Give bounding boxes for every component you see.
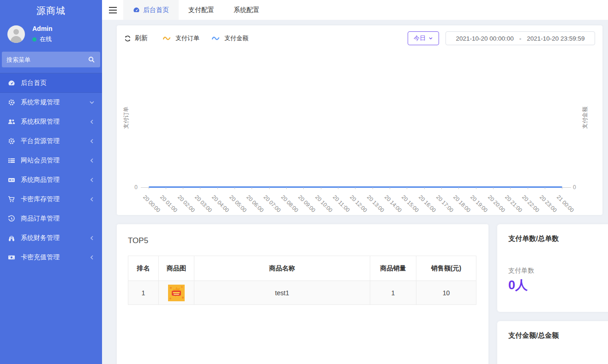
caret-down-icon [428, 36, 433, 41]
top5-card: TOP5 排名 商品图 商品名称 商品销量 销售额(元) 1 test [117, 224, 488, 364]
tab-payment-config[interactable]: 支付配置 [179, 0, 224, 20]
stat-card-pay-count: 支付单数/总单数 支付单数 0人 [497, 224, 608, 312]
col-sales-amount: 销售额(元) [416, 256, 476, 281]
y-axis-tick-left: 0 [119, 184, 138, 191]
x-axis-label: 20 04:00 [211, 194, 230, 214]
binoculars-icon [8, 234, 16, 242]
dashboard-icon [133, 6, 140, 13]
product-card-icon [8, 176, 16, 184]
sidebar-item-permissions[interactable]: 系统权限管理 [0, 112, 102, 131]
stat-card-label: 支付单数 [508, 267, 534, 275]
sidebar-item-products[interactable]: 系统商品管理 [0, 170, 102, 190]
x-axis-label: 20 22:00 [521, 194, 541, 214]
date-end: 2021-10-20 23:59:59 [527, 35, 584, 42]
x-axis-label: 20 17:00 [435, 194, 455, 214]
avatar [7, 25, 25, 43]
x-axis-label: 21 00:00 [555, 194, 575, 214]
search-icon[interactable] [88, 56, 95, 65]
user-status-label: 在线 [40, 35, 52, 43]
sidebar-item-supply[interactable]: 平台货源管理 [0, 131, 102, 151]
cell-product-image [159, 281, 194, 305]
dashboard-icon [8, 79, 16, 87]
user-status: 在线 [32, 35, 53, 43]
date-start: 2021-10-20 00:00:00 [456, 35, 513, 42]
top5-title: TOP5 [128, 236, 148, 245]
sidebar-item-finance[interactable]: 系统财务管理 [0, 228, 102, 248]
cell-rank: 1 [128, 281, 159, 305]
cart-icon [8, 196, 16, 203]
x-axis-label: 20 19:00 [469, 194, 489, 214]
date-range-input[interactable]: 2021-10-20 00:00:00 - 2021-10-20 23:59:5… [445, 31, 595, 45]
col-rank: 排名 [128, 256, 159, 281]
x-axis-label: 20 12:00 [349, 194, 368, 214]
sidebar-item-members[interactable]: 网站会员管理 [0, 151, 102, 170]
legend-item-pay-orders[interactable]: 支付订单 [163, 34, 199, 42]
table-header-row: 排名 商品图 商品名称 商品销量 销售额(元) [128, 256, 476, 281]
col-product-sales: 商品销量 [370, 256, 416, 281]
refresh-icon [124, 35, 131, 42]
menu-search [2, 52, 100, 67]
sidebar: 源商城 Admin 在线 后台首页 系统常规管理 系统权限管理 平台货源管理 [0, 0, 102, 364]
cell-product-sales: 1 [370, 281, 416, 305]
date-separator: - [519, 35, 522, 42]
list-icon [8, 157, 16, 164]
date-range-preset-button[interactable]: 今日 [408, 31, 439, 45]
search-input[interactable] [2, 52, 100, 67]
x-axis-label: 20 01:00 [159, 194, 179, 214]
cogs-icon [8, 99, 16, 106]
cogs-icon [8, 137, 16, 145]
col-product-image: 商品图 [159, 256, 194, 281]
online-status-dot [32, 37, 36, 42]
chevron-left-icon [89, 119, 95, 125]
x-axis-label: 20 07:00 [262, 194, 282, 214]
x-axis-label: 20 13:00 [366, 194, 385, 214]
x-axis-label: 20 21:00 [504, 194, 524, 214]
chevron-left-icon [89, 255, 95, 260]
app-logo: 源商城 [0, 0, 102, 19]
x-axis-label: 20 10:00 [314, 194, 334, 214]
x-axis-label: 20 08:00 [280, 194, 300, 214]
chart-card: 刷新 支付订单 支付金额 今日 2021-10-20 00:00:00 - 20… [117, 25, 602, 215]
user-panel: Admin 在线 [0, 19, 102, 48]
x-axis-label: 20 06:00 [245, 194, 265, 214]
col-product-name: 商品名称 [194, 256, 370, 281]
x-axis-label: 20 15:00 [400, 194, 420, 214]
legend-item-pay-amount[interactable]: 支付金额 [211, 34, 248, 42]
sidebar-item-card-stock[interactable]: 卡密库存管理 [0, 190, 102, 209]
topbar: 后台首页 支付配置 系统配置 [102, 0, 608, 20]
stat-card-value: 0人 [508, 277, 528, 293]
x-axis-label: 20 11:00 [331, 194, 351, 213]
tab-system-config[interactable]: 系统配置 [224, 0, 269, 20]
x-axis-label: 20 09:00 [297, 194, 317, 214]
stat-card-pay-amount: 支付金额/总金额 [497, 321, 608, 364]
main-content: 刷新 支付订单 支付金额 今日 2021-10-20 00:00:00 - 20… [102, 20, 608, 364]
wave-icon [163, 36, 172, 41]
chevron-left-icon [89, 158, 95, 163]
sidebar-item-card-recharge[interactable]: 卡密充值管理 [0, 248, 102, 267]
cell-sales-amount: 10 [416, 281, 476, 305]
stat-card-title: 支付金额/总金额 [508, 331, 559, 340]
stat-card-title: 支付单数/总单数 [508, 234, 559, 243]
product-thumbnail [168, 285, 185, 301]
history-icon [8, 215, 16, 222]
y-axis-tick-right: 0 [573, 184, 591, 191]
sidebar-item-orders[interactable]: 商品订单管理 [0, 209, 102, 228]
sidebar-item-system-general[interactable]: 系统常规管理 [0, 93, 102, 112]
top5-table: 排名 商品图 商品名称 商品销量 销售额(元) 1 test1 1 10 [128, 256, 476, 305]
avatar-person-icon [13, 29, 19, 35]
chevron-down-icon [89, 100, 95, 105]
hamburger-icon[interactable] [102, 0, 123, 20]
cell-product-name: test1 [194, 281, 370, 305]
tab-dashboard[interactable]: 后台首页 [123, 0, 179, 20]
users-icon [8, 118, 16, 125]
refresh-button[interactable]: 刷新 [124, 34, 148, 42]
table-row: 1 test1 1 10 [128, 281, 476, 305]
y-axis-title-left: 支付订单 [122, 104, 129, 131]
x-axis-label: 20 03:00 [193, 194, 213, 214]
chevron-left-icon [89, 138, 95, 144]
x-axis-label: 20 16:00 [417, 194, 437, 214]
x-axis-label: 20 18:00 [452, 194, 472, 214]
user-name: Admin [32, 25, 53, 32]
wave-icon [211, 36, 221, 41]
sidebar-item-dashboard[interactable]: 后台首页 [0, 73, 102, 93]
